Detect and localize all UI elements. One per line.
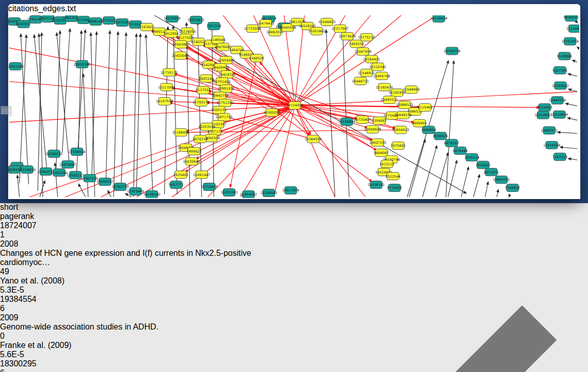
graph-node[interactable]: 13201661	[308, 27, 325, 35]
graph-node[interactable]: 9733426	[387, 184, 402, 192]
graph-node[interactable]: 12323448	[127, 188, 144, 195]
graph-node[interactable]: 18255343	[221, 189, 237, 196]
graph-node[interactable]: 1640954	[421, 126, 436, 134]
graph-node[interactable]: 16039948	[183, 158, 200, 165]
graph-edge[interactable]	[106, 31, 110, 181]
graph-node[interactable]: 12160478	[376, 83, 393, 91]
graph-node[interactable]: 18164401	[363, 55, 380, 63]
graph-node[interactable]: 2522544	[385, 172, 400, 180]
graph-node[interactable]: 7875692	[390, 142, 405, 149]
graph-node[interactable]: 7632621	[475, 161, 490, 169]
graph-edge[interactable]	[17, 175, 19, 197]
graph-node[interactable]: 17957255	[81, 174, 98, 182]
graph-node[interactable]: 15495321	[381, 96, 398, 104]
graph-node[interactable]: 16517939	[282, 187, 299, 194]
graph-node[interactable]: 9620510	[563, 15, 578, 21]
graph-node[interactable]: 11124477	[566, 25, 579, 32]
graph-node[interactable]: 15718485	[201, 183, 217, 191]
graph-node[interactable]: 15495786	[373, 72, 390, 80]
graph-edge[interactable]	[409, 139, 425, 197]
graph-node[interactable]: 15720407	[354, 116, 371, 123]
graph-node[interactable]: 7557224	[206, 22, 221, 30]
graph-edge[interactable]	[326, 30, 335, 197]
graph-node[interactable]: 17359924	[69, 148, 85, 156]
graph-node[interactable]: 16046731	[352, 77, 369, 85]
graph-node[interactable]: 11548403	[318, 18, 335, 26]
graph-node[interactable]: 11691447	[193, 171, 210, 179]
graph-node[interactable]: 12751240	[216, 99, 233, 107]
graph-node[interactable]: 9474444	[453, 147, 468, 155]
graph-node[interactable]: 20053346	[74, 60, 91, 68]
graph-node[interactable]: 15138454	[338, 118, 355, 125]
network-canvas[interactable]: 4035572920355737691406230311492055334410…	[8, 15, 580, 372]
graph-edge[interactable]	[19, 35, 26, 183]
graph-node[interactable]: 1588520	[249, 54, 264, 62]
graph-node[interactable]: 16047859	[355, 48, 372, 55]
graph-edge[interactable]	[497, 189, 498, 197]
graph-node[interactable]: 16849578	[395, 111, 411, 119]
graph-node[interactable]: 10654182	[493, 176, 510, 184]
graph-edge[interactable]	[121, 33, 126, 186]
graph-edge[interactable]	[568, 159, 577, 160]
graph-node[interactable]: 15166852	[172, 128, 189, 136]
graph-node[interactable]: 2935114	[464, 154, 479, 161]
graph-edge[interactable]	[572, 60, 577, 62]
graph-edge[interactable]	[134, 34, 137, 197]
graph-node[interactable]: 18807293	[369, 139, 386, 146]
graph-node[interactable]: 12751409	[213, 78, 230, 85]
graph-node[interactable]: 11700178	[192, 99, 209, 106]
graph-node[interactable]: 12722058	[244, 25, 261, 32]
graph-node[interactable]: 15654923	[392, 126, 409, 134]
graph-edge-selected[interactable]	[274, 105, 295, 197]
graph-node[interactable]: 1499822	[187, 147, 202, 155]
graph-node[interactable]: 7485033	[349, 40, 364, 48]
graph-node[interactable]: 16210643	[535, 111, 552, 119]
graph-node[interactable]: 18130414	[430, 15, 447, 22]
graph-node[interactable]: 14136140	[143, 191, 160, 198]
graph-edge[interactable]	[560, 147, 577, 148]
graph-node[interactable]: 16033812	[187, 16, 204, 24]
graph-node[interactable]: 16418318	[219, 71, 235, 78]
graph-edge[interactable]	[38, 33, 42, 191]
graph-node[interactable]: 15775115	[358, 33, 375, 41]
graph-node[interactable]: 15353594	[198, 123, 215, 130]
graph-node[interactable]: 16107552	[156, 98, 173, 105]
graph-node[interactable]: 2204087	[372, 117, 386, 124]
graph-node[interactable]: 1167533	[553, 153, 568, 161]
graph-edge[interactable]	[473, 174, 480, 197]
graph-node[interactable]: 14136141	[367, 181, 384, 189]
graph-edge[interactable]	[21, 34, 29, 184]
graph-edge[interactable]	[568, 74, 577, 76]
graph-node[interactable]: 17016504	[543, 141, 560, 149]
graph-edge-selected[interactable]	[9, 105, 295, 122]
graph-node[interactable]: 9115460	[418, 104, 432, 112]
graph-node[interactable]: 8471676	[484, 168, 498, 176]
graph-node[interactable]: 15751074	[561, 37, 578, 45]
graph-node[interactable]: 10958187	[96, 178, 113, 186]
graph-node[interactable]: 22420046	[172, 52, 189, 59]
graph-node[interactable]: 16148794	[444, 47, 461, 55]
graph-node[interactable]: 9127552	[195, 86, 210, 94]
graph-node-hub[interactable]: 18724007	[286, 102, 303, 110]
graph-node[interactable]: 14420468	[212, 63, 229, 71]
graph-node[interactable]: 19384554	[304, 135, 321, 143]
graph-edge[interactable]	[78, 31, 81, 151]
graph-edge[interactable]	[577, 23, 578, 23]
graph-edge[interactable]	[164, 27, 168, 194]
graph-edge[interactable]	[446, 60, 453, 197]
graph-node[interactable]: 15184545	[260, 189, 277, 197]
graph-node[interactable]: 12213383	[158, 83, 175, 91]
window-resize-grip[interactable]	[8, 200, 580, 372]
graph-node[interactable]: 10973426	[339, 32, 356, 40]
graph-edge[interactable]	[137, 34, 141, 190]
graph-node[interactable]: 1615112	[379, 160, 394, 168]
network-window-titlebar[interactable]: citations_edges.txt	[8, 4, 580, 15]
graph-node[interactable]: 9227343	[553, 67, 568, 74]
graph-edge[interactable]	[173, 26, 178, 194]
graph-node[interactable]: 15474435	[257, 19, 274, 27]
graph-node[interactable]: 10210664	[551, 111, 568, 118]
graph-edge[interactable]	[62, 29, 70, 153]
graph-edge[interactable]	[448, 160, 457, 197]
graph-node[interactable]: 6479197	[444, 139, 459, 147]
graph-node[interactable]: 2146546	[210, 36, 225, 43]
